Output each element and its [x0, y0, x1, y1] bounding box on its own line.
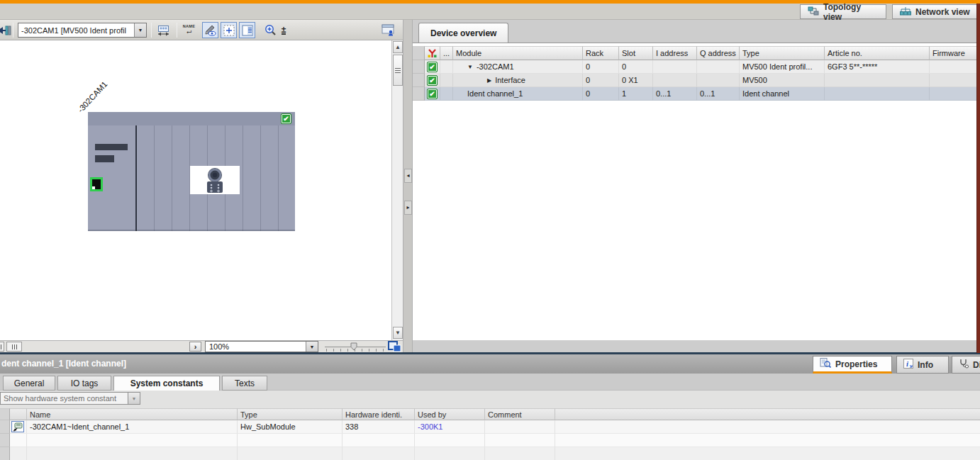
device-module-header[interactable] [88, 112, 295, 125]
firmware-cell[interactable] [930, 60, 980, 74]
dots-cell[interactable] [440, 87, 453, 101]
module-cell[interactable]: ▼-302CAM1 [453, 60, 583, 74]
firmware-cell[interactable] [930, 74, 980, 87]
article-no-cell[interactable] [825, 74, 930, 87]
hardware-id-cell[interactable]: 338 [343, 420, 415, 434]
icon-column-header[interactable] [10, 408, 27, 420]
type-cell[interactable]: Hw_SubModule [238, 420, 343, 434]
used-by-cell[interactable]: -300K1 [415, 420, 485, 434]
constants-filter-dropdown[interactable]: Show hardware system constant ▼ [0, 392, 140, 405]
canvas-vertical-scrollbar[interactable]: ▲ ▼ [391, 40, 403, 340]
q-address-cell[interactable] [697, 60, 740, 74]
tab-topology-view[interactable]: Topology view [800, 4, 886, 19]
slot-cell[interactable]: 0 X1 [619, 74, 653, 87]
grid-crosshair-icon[interactable] [221, 22, 237, 38]
name-cell[interactable]: -302CAM1~Ident_channel_1 [27, 420, 238, 434]
type-cell[interactable]: MV500 Ident profil... [740, 60, 825, 74]
used-by-link[interactable]: -300K1 [418, 422, 442, 431]
constant-icon-cell[interactable] [10, 420, 27, 434]
firmware-cell[interactable] [930, 87, 980, 101]
empty-cell[interactable] [485, 434, 555, 447]
q-address-cell[interactable]: 0...1 [697, 87, 740, 101]
subtab-io-tags[interactable]: IO tags [57, 376, 111, 391]
subtab-general[interactable]: General [3, 376, 55, 391]
empty-cell[interactable] [10, 447, 27, 460]
device-canvas[interactable]: -302CAM1 ✔ [0, 40, 391, 340]
empty-cell[interactable] [415, 447, 485, 460]
zoom-level-combo[interactable]: 100% ▼ [205, 341, 318, 352]
column-header-firmware[interactable]: Firmware [930, 46, 980, 60]
module-status-column-icon[interactable] [425, 46, 440, 60]
scroll-grip[interactable] [6, 342, 22, 352]
scroll-right-icon[interactable]: › [189, 342, 201, 352]
expand-icon[interactable]: ▶ [487, 77, 491, 84]
column-header-comment[interactable]: Comment [485, 408, 555, 420]
dots-cell[interactable] [440, 74, 453, 87]
slot-cell[interactable]: 0 [619, 60, 653, 74]
rename-icon[interactable]: NAME⮠ [181, 22, 197, 38]
window-preview-icon[interactable] [380, 22, 396, 38]
chevron-down-icon[interactable]: ▼ [306, 342, 318, 352]
rack-cell[interactable]: 0 [583, 74, 619, 87]
pane-splitter[interactable]: ◂ ▸ [403, 20, 413, 352]
column-header-q-address[interactable]: Q address [697, 46, 740, 60]
tab-device-overview[interactable]: Device overview [418, 23, 508, 43]
column-header-dots[interactable]: ... [440, 46, 453, 60]
column-header-name[interactable]: Name [27, 408, 238, 420]
column-header-type[interactable]: Type [238, 408, 343, 420]
q-address-cell[interactable] [697, 74, 740, 87]
collapse-icon[interactable]: ▼ [467, 64, 473, 70]
empty-cell[interactable] [10, 434, 27, 447]
rack-cell[interactable]: 0 [583, 87, 619, 101]
splitter-collapse-right-icon[interactable]: ▸ [404, 201, 412, 215]
slot-cell[interactable]: 1 [619, 87, 653, 101]
tab-properties[interactable]: Properties [813, 356, 892, 374]
column-header-article-no[interactable]: Article no. [825, 46, 930, 60]
column-header-rack[interactable]: Rack [583, 46, 619, 60]
column-header-used-by[interactable]: Used by [415, 408, 485, 420]
empty-cell[interactable] [27, 434, 238, 447]
chevron-down-icon[interactable]: ▼ [128, 393, 140, 404]
i-address-cell[interactable] [653, 60, 697, 74]
scroll-down-icon[interactable]: ▼ [393, 327, 403, 339]
scroll-grip[interactable] [0, 342, 4, 352]
empty-cell[interactable] [485, 447, 555, 460]
module-navigate-icon[interactable] [0, 22, 12, 38]
column-header-module[interactable]: Module [453, 46, 583, 60]
type-cell[interactable]: MV500 [740, 74, 825, 87]
device-selector[interactable]: -302CAM1 [MV500 Ident profil ▼ [18, 23, 147, 38]
overview-panel-icon[interactable] [239, 22, 255, 38]
i-address-cell[interactable] [653, 74, 697, 87]
article-no-cell[interactable] [825, 87, 930, 101]
chevron-down-icon[interactable]: ▼ [134, 23, 146, 37]
i-address-cell[interactable]: 0...1 [653, 87, 697, 101]
zoom-fit-selection-icon[interactable]: ± [277, 22, 290, 38]
tab-info[interactable]: i Info [896, 356, 949, 374]
column-header-i-address[interactable]: I address [653, 46, 697, 60]
column-header-type[interactable]: Type [740, 46, 825, 60]
tab-diagnostics[interactable]: Dia [952, 356, 980, 374]
show-labels-icon[interactable] [202, 22, 218, 38]
scroll-up-icon[interactable]: ▲ [393, 41, 403, 53]
ident-channel-slot[interactable] [190, 166, 240, 194]
measure-module-icon[interactable] [155, 22, 172, 38]
module-cell[interactable]: Ident channel_1 [453, 87, 583, 101]
empty-cell[interactable] [238, 447, 343, 460]
column-header-hardware-id[interactable]: Hardware identi. [343, 408, 415, 420]
vertical-scroll-thumb[interactable] [393, 55, 403, 86]
zoom-slider-thumb[interactable] [350, 342, 358, 351]
rack-cell[interactable]: 0 [583, 60, 619, 74]
splitter-collapse-left-icon[interactable]: ◂ [404, 169, 412, 183]
subtab-system-constants[interactable]: System constants [113, 376, 220, 391]
article-no-cell[interactable]: 6GF3 5**-***** [825, 60, 930, 74]
dots-cell[interactable] [440, 60, 453, 74]
ethernet-port-icon[interactable] [90, 177, 103, 191]
zoom-in-icon[interactable] [262, 22, 278, 38]
type-cell[interactable]: Ident channel [740, 87, 825, 101]
empty-cell[interactable] [343, 434, 415, 447]
tab-network-view[interactable]: Network view [892, 4, 980, 19]
empty-cell[interactable] [27, 447, 238, 460]
empty-cell[interactable] [415, 434, 485, 447]
column-header-slot[interactable]: Slot [619, 46, 653, 60]
empty-cell[interactable] [238, 434, 343, 447]
